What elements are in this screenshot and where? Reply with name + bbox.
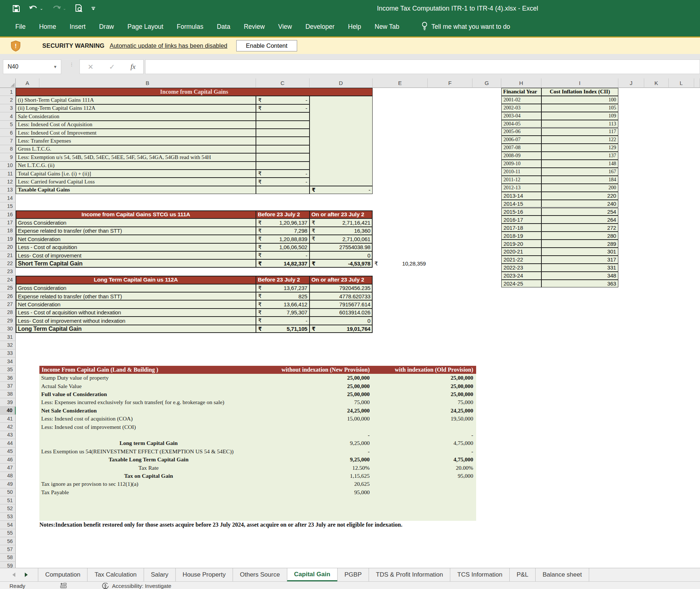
- row-header-32[interactable]: 32: [0, 341, 16, 349]
- row-header-4[interactable]: 4: [0, 112, 16, 120]
- cii-year[interactable]: 2009-10: [501, 160, 541, 168]
- cii-value[interactable]: 109: [541, 112, 618, 120]
- land-row-label[interactable]: Less: Indexed cost of acquisition (COA): [39, 415, 256, 423]
- sheet-tab-house-property[interactable]: House Property: [175, 568, 233, 581]
- stcg-table-cell-before[interactable]: ₹1,06,06,502: [256, 243, 310, 251]
- cii-year[interactable]: 2021-22: [501, 256, 541, 264]
- column-header-L[interactable]: L: [669, 78, 694, 88]
- table1-row-label[interactable]: Less: Exemption u/s 54, 54B, 54D, 54EC, …: [16, 153, 256, 161]
- cii-value[interactable]: 272: [541, 224, 618, 232]
- land-value-old[interactable]: 25,00,000: [373, 382, 476, 390]
- table1-row-label[interactable]: Less: Carried forward Capital Loss: [16, 178, 256, 186]
- land-row-label[interactable]: Stamp Duty value of property: [39, 374, 256, 382]
- table1-cell-d[interactable]: ₹-: [310, 186, 373, 194]
- stcg-table-cell-before[interactable]: ₹1,20,88,839: [256, 235, 310, 243]
- row-header-16[interactable]: 16: [0, 210, 16, 218]
- row-header-5[interactable]: 5: [0, 121, 16, 129]
- stcg-table-row-label[interactable]: Less - Cost of acquisition: [16, 243, 256, 251]
- ltcg-table-cell-before[interactable]: ₹-: [256, 317, 310, 325]
- ribbon-tab-new-tab[interactable]: New Tab: [375, 23, 400, 31]
- row-header-10[interactable]: 10: [0, 162, 16, 170]
- row-header-56[interactable]: 56: [0, 537, 16, 545]
- ribbon-tab-file[interactable]: File: [15, 23, 26, 31]
- row-header-45[interactable]: 45: [0, 447, 16, 456]
- row-header-44[interactable]: 44: [0, 439, 16, 447]
- table1-row-label[interactable]: Net L.T.C.G. (ii): [16, 162, 256, 170]
- cii-value[interactable]: 100: [541, 96, 618, 104]
- cii-value[interactable]: 200: [541, 184, 618, 192]
- cii-value[interactable]: 331: [541, 264, 618, 272]
- cii-value[interactable]: 254: [541, 208, 618, 216]
- row-header-22[interactable]: 22: [0, 259, 16, 267]
- cii-year[interactable]: 2019-20: [501, 240, 541, 248]
- row-header-31[interactable]: 31: [0, 333, 16, 341]
- stcg-table-cell-before[interactable]: ₹7,298: [256, 227, 310, 235]
- land-row-label[interactable]: Actual Sale Value: [39, 382, 256, 390]
- table1-row-label[interactable]: (i) Short-Term Capital Gains 111A: [16, 96, 256, 104]
- land-row-label[interactable]: Long term Capital Gain: [39, 439, 256, 447]
- land-value-old[interactable]: 25,00,000: [373, 374, 476, 382]
- land-value-old[interactable]: 24,25,000: [373, 407, 476, 415]
- row-header-18[interactable]: 18: [0, 227, 16, 235]
- row-header-14[interactable]: 14: [0, 194, 16, 202]
- column-header-E[interactable]: E: [373, 78, 428, 88]
- land-value-old[interactable]: 75,000: [373, 398, 476, 406]
- table1-cell-c[interactable]: [256, 162, 310, 170]
- name-box[interactable]: N40 ▼: [3, 59, 61, 74]
- row-header-47[interactable]: 47: [0, 464, 16, 472]
- prev-sheet-icon[interactable]: [12, 573, 15, 577]
- ltcg-table-row-label[interactable]: Net Consideration: [16, 300, 256, 308]
- sheet-tab-computation[interactable]: Computation: [38, 568, 87, 581]
- cii-year[interactable]: 2020-21: [501, 248, 541, 256]
- land-value-new[interactable]: 12.50%: [256, 464, 373, 472]
- customize-qat-icon[interactable]: [92, 7, 95, 10]
- stcg-table-cell-before[interactable]: ₹1,20,96,137: [256, 218, 310, 226]
- cii-value[interactable]: 113: [541, 120, 618, 128]
- table1-row-label[interactable]: Sale Consideration: [16, 112, 256, 120]
- column-header-partial[interactable]: [694, 78, 700, 88]
- table1-row-label[interactable]: Less: Indexed Cost of Acquisition: [16, 121, 256, 129]
- ribbon-tab-draw[interactable]: Draw: [99, 23, 114, 31]
- ribbon-tab-formulas[interactable]: Formulas: [177, 23, 203, 31]
- table1-cell-c[interactable]: [256, 137, 310, 145]
- row-header-30[interactable]: 30: [0, 325, 16, 333]
- stcg-table-cell-after[interactable]: ₹16,360: [310, 227, 373, 235]
- column-header-G[interactable]: G: [472, 78, 501, 88]
- cii-colhead-index[interactable]: Cost Inflation Index (CII): [541, 88, 618, 96]
- table1-cell-c[interactable]: [256, 129, 310, 137]
- table1-cell-c[interactable]: [256, 121, 310, 129]
- cii-colhead-year[interactable]: Financial Year: [501, 88, 541, 96]
- land-value-new[interactable]: 75,000: [256, 398, 373, 406]
- row-header-26[interactable]: 26: [0, 292, 16, 300]
- land-value-new[interactable]: 1,15,625: [256, 472, 373, 480]
- column-header-H[interactable]: H: [501, 78, 541, 88]
- row-header-40[interactable]: 40: [0, 407, 16, 415]
- name-box-dropdown-icon[interactable]: ▼: [53, 65, 57, 69]
- enable-content-button[interactable]: Enable Content: [236, 40, 298, 51]
- cii-value[interactable]: 105: [541, 104, 618, 112]
- save-icon[interactable]: [12, 5, 20, 12]
- cii-year[interactable]: 2013-14: [501, 192, 541, 200]
- stcg-table-cell-after[interactable]: ₹-4,53,978: [310, 259, 373, 267]
- row-header-49[interactable]: 49: [0, 480, 16, 488]
- cii-year[interactable]: 2001-02: [501, 96, 541, 104]
- stcg-table-row-label[interactable]: Short Term Capital Gain: [16, 259, 256, 267]
- cii-value[interactable]: 363: [541, 280, 618, 288]
- ribbon-tab-page-layout[interactable]: Page Layout: [128, 23, 163, 31]
- ltcg-table-cell-after[interactable]: 7920456.235: [310, 284, 373, 292]
- row-header-19[interactable]: 19: [0, 235, 16, 243]
- ribbon-tab-data[interactable]: Data: [217, 23, 230, 31]
- row-header-12[interactable]: 12: [0, 178, 16, 186]
- row-header-21[interactable]: 21: [0, 251, 16, 259]
- sheet-tab-tds-profit-information[interactable]: TDS & Profit Information: [369, 568, 450, 581]
- cii-value[interactable]: 129: [541, 144, 618, 152]
- cii-value[interactable]: 117: [541, 128, 618, 136]
- row-header-46[interactable]: 46: [0, 456, 16, 464]
- row-header-1[interactable]: 1: [0, 88, 16, 96]
- ltcg-table-cell-before[interactable]: ₹5,71,105: [256, 325, 310, 333]
- column-header-K[interactable]: K: [644, 78, 669, 88]
- land-row-label[interactable]: Net Sale Consideration: [39, 407, 256, 415]
- ltcg-table-cell-after[interactable]: ₹19,01,764: [310, 325, 373, 333]
- sheet-tab-tax-calculation[interactable]: Tax Calculation: [87, 568, 143, 581]
- sheet-tab-p-l[interactable]: P&L: [509, 568, 535, 581]
